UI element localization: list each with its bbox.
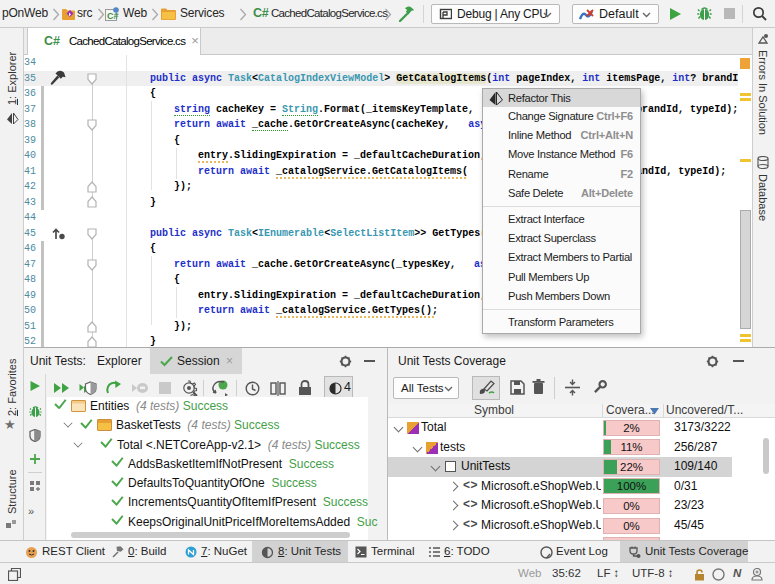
- svg-text:C#: C#: [107, 11, 119, 21]
